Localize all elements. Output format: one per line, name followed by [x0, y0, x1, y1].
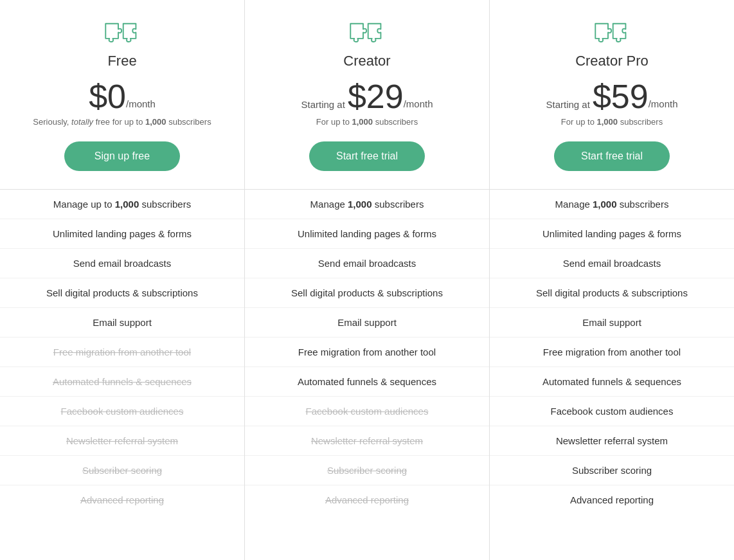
feature-item: Manage up to 1,000 subscribers [0, 190, 244, 219]
feature-item: Facebook custom audiences [245, 397, 489, 426]
feature-item: Subscriber scoring [245, 456, 489, 485]
features-list-creator: Manage 1,000 subscribersUnlimited landin… [245, 190, 489, 561]
features-list-free: Manage up to 1,000 subscribersUnlimited … [0, 190, 244, 561]
plan-header-free: Free$0/monthSeriously, totally free for … [0, 0, 244, 190]
feature-item: Manage 1,000 subscribers [245, 190, 489, 219]
price-row-creator-pro: Starting at $59/month [546, 80, 678, 113]
price-row-free: $0/month [89, 80, 156, 113]
feature-item: Send email broadcasts [245, 249, 489, 278]
feature-item: Subscriber scoring [0, 456, 244, 485]
feature-item: Unlimited landing pages & forms [245, 219, 489, 249]
feature-item: Unlimited landing pages & forms [0, 219, 244, 249]
puzzle-icon [593, 19, 631, 53]
plan-col-free: Free$0/monthSeriously, totally free for … [0, 0, 245, 560]
plan-col-creator: CreatorStarting at $29/monthFor up to 1,… [245, 0, 490, 560]
feature-item: Facebook custom audiences [490, 397, 734, 426]
plan-name-free: Free [107, 53, 136, 69]
feature-item: Send email broadcasts [490, 249, 734, 278]
price-subtitle-creator-pro: For up to 1,000 subscribers [561, 116, 663, 129]
cta-button-free[interactable]: Sign up free [64, 141, 180, 171]
plan-col-creator-pro: Creator ProStarting at $59/monthFor up t… [490, 0, 734, 560]
feature-item: Facebook custom audiences [0, 397, 244, 426]
feature-item: Advanced reporting [490, 485, 734, 514]
feature-item: Automated funnels & sequences [0, 367, 244, 397]
price-per-month-creator-pro: /month [649, 98, 678, 109]
price-row-creator: Starting at $29/month [301, 80, 433, 113]
feature-item: Email support [245, 308, 489, 338]
feature-item: Newsletter referral system [0, 426, 244, 456]
feature-item: Manage 1,000 subscribers [490, 190, 734, 219]
feature-item: Send email broadcasts [0, 249, 244, 278]
feature-item: Email support [490, 308, 734, 338]
price-per-month-free: /month [126, 98, 156, 109]
feature-item: Free migration from another tool [0, 338, 244, 367]
feature-item: Free migration from another tool [245, 338, 489, 367]
feature-item: Automated funnels & sequences [490, 367, 734, 397]
feature-item: Sell digital products & subscriptions [245, 278, 489, 308]
plan-header-creator: CreatorStarting at $29/monthFor up to 1,… [245, 0, 489, 190]
plan-name-creator-pro: Creator Pro [575, 53, 649, 69]
starting-at-creator-pro: Starting at [546, 99, 590, 110]
feature-item: Advanced reporting [0, 485, 244, 514]
puzzle-icon [103, 19, 141, 53]
feature-item: Automated funnels & sequences [245, 367, 489, 397]
feature-item: Unlimited landing pages & forms [490, 219, 734, 249]
feature-item: Sell digital products & subscriptions [0, 278, 244, 308]
plan-name-creator: Creator [343, 53, 390, 69]
feature-item: Newsletter referral system [245, 426, 489, 456]
pricing-table: Free$0/monthSeriously, totally free for … [0, 0, 734, 560]
feature-item: Subscriber scoring [490, 456, 734, 485]
feature-item: Email support [0, 308, 244, 338]
feature-item: Advanced reporting [245, 485, 489, 514]
features-list-creator-pro: Manage 1,000 subscribersUnlimited landin… [490, 190, 734, 561]
price-creator: $29 [348, 80, 404, 113]
cta-button-creator-pro[interactable]: Start free trial [554, 141, 670, 171]
price-creator-pro: $59 [593, 80, 649, 113]
plan-header-creator-pro: Creator ProStarting at $59/monthFor up t… [490, 0, 734, 190]
price-subtitle-creator: For up to 1,000 subscribers [316, 116, 418, 129]
puzzle-icon [348, 19, 386, 53]
price-subtitle-free: Seriously, totally free for up to 1,000 … [33, 116, 211, 129]
price-per-month-creator: /month [404, 98, 433, 109]
feature-item: Free migration from another tool [490, 338, 734, 367]
cta-button-creator[interactable]: Start free trial [309, 141, 425, 171]
feature-item: Newsletter referral system [490, 426, 734, 456]
feature-item: Sell digital products & subscriptions [490, 278, 734, 308]
price-free: $0 [89, 80, 126, 113]
starting-at-creator: Starting at [301, 99, 345, 110]
